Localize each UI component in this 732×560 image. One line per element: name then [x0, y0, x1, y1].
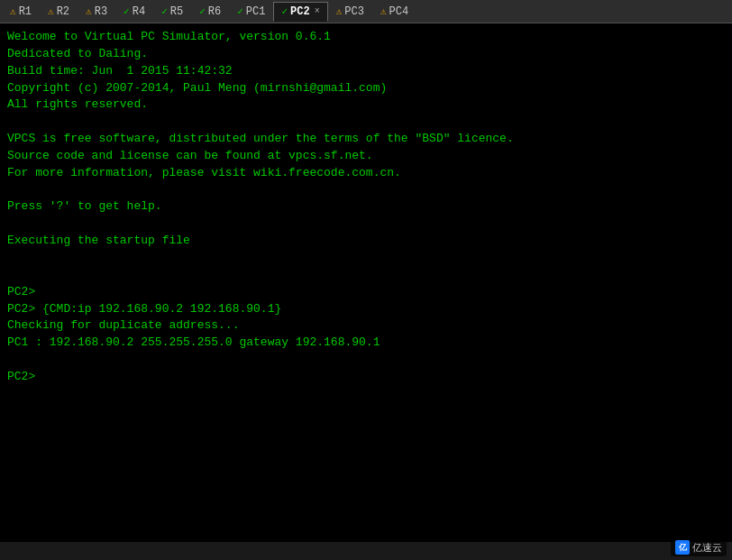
terminal-line: PC2> — [7, 369, 725, 386]
tab-label: R4 — [133, 5, 145, 18]
terminal-line: For more information, please visit wiki.… — [7, 165, 725, 182]
terminal-line: PC2> {CMD:ip 192.168.90.2 192.168.90.1} — [7, 301, 725, 318]
tab-r5[interactable]: ✓R5 — [153, 2, 191, 22]
tab-pc4[interactable]: ⚠PC4 — [372, 2, 416, 22]
tab-label: PC2 — [290, 5, 310, 18]
tab-warn-icon: ⚠ — [48, 5, 54, 17]
terminal-line: Copyright (c) 2007-2014, Paul Meng (mirn… — [7, 80, 725, 97]
tab-pc1[interactable]: ✓PC1 — [229, 2, 273, 22]
terminal-line: PC2> — [7, 284, 725, 301]
terminal-line — [7, 250, 725, 267]
terminal-line: Press '?' to get help. — [7, 198, 725, 216]
watermark-logo: 亿 — [675, 540, 690, 555]
tab-label: PC4 — [389, 5, 409, 18]
terminal-line: All rights reserved. — [7, 96, 725, 114]
terminal-line: Dedicated to Daling. — [7, 46, 725, 63]
tab-ok-icon: ✓ — [281, 5, 288, 17]
tab-warn-icon: ⚠ — [380, 5, 387, 17]
tab-r3[interactable]: ⚠R3 — [78, 2, 115, 22]
terminal-line: Welcome to Virtual PC Simulator, version… — [7, 29, 725, 46]
tab-r4[interactable]: ✓R4 — [115, 2, 153, 22]
terminal-line — [7, 216, 725, 233]
tab-ok-icon: ✓ — [124, 5, 130, 17]
tab-r6[interactable]: ✓R6 — [191, 2, 229, 22]
tab-r1[interactable]: ⚠R1 — [2, 2, 40, 22]
tab-bar: ⚠R1⚠R2⚠R3✓R4✓R5✓R6✓PC1✓PC2×⚠PC3⚠PC4 — [0, 0, 732, 23]
tab-label: R5 — [170, 5, 183, 18]
tab-label: PC1 — [246, 5, 266, 18]
tab-close-button[interactable]: × — [315, 6, 320, 16]
terminal[interactable]: Welcome to Virtual PC Simulator, version… — [0, 23, 732, 542]
terminal-line — [7, 182, 725, 199]
terminal-line: Build time: Jun 1 2015 11:42:32 — [7, 63, 725, 80]
tab-pc2[interactable]: ✓PC2× — [273, 2, 327, 22]
terminal-line — [7, 114, 725, 131]
terminal-line — [7, 352, 725, 369]
terminal-line: PC1 : 192.168.90.2 255.255.255.0 gateway… — [7, 335, 725, 352]
tab-warn-icon: ⚠ — [86, 5, 92, 17]
tab-warn-icon: ⚠ — [10, 5, 16, 17]
tab-label: R2 — [57, 5, 69, 18]
tab-ok-icon: ✓ — [161, 5, 168, 17]
terminal-line: Executing the startup file — [7, 233, 725, 250]
terminal-line: VPCS is free software, distributed under… — [7, 131, 725, 148]
tab-ok-icon: ✓ — [199, 5, 206, 17]
tab-label: R6 — [208, 5, 221, 18]
terminal-line: Source code and license can be found at … — [7, 148, 725, 165]
terminal-line: Checking for duplicate address... — [7, 317, 725, 335]
tab-r2[interactable]: ⚠R2 — [40, 2, 78, 22]
tab-label: R1 — [19, 5, 32, 18]
tab-warn-icon: ⚠ — [336, 5, 343, 17]
watermark: 亿 亿速云 — [671, 538, 727, 556]
tab-label: R3 — [95, 5, 107, 18]
tab-label: PC3 — [344, 5, 364, 18]
tab-ok-icon: ✓ — [237, 5, 243, 17]
watermark-text: 亿速云 — [692, 541, 722, 555]
terminal-line — [7, 267, 725, 284]
tab-pc3[interactable]: ⚠PC3 — [328, 2, 372, 22]
